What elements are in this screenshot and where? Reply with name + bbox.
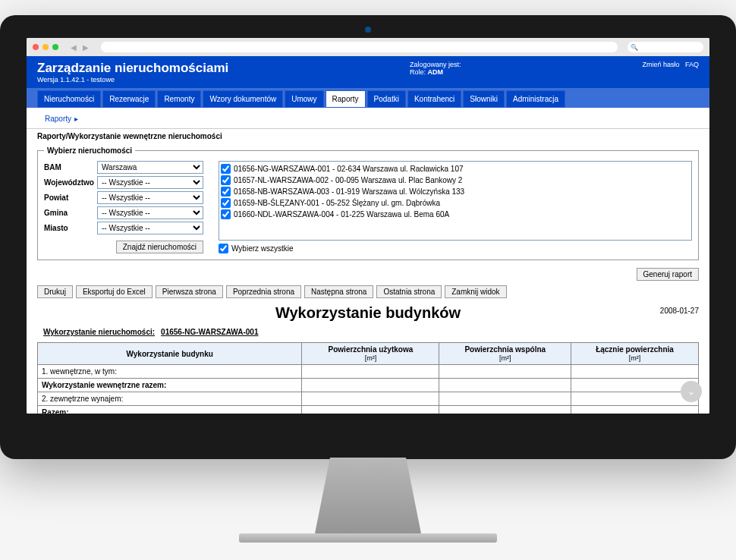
property-list[interactable]: 01656-NG-WARSZAWA-001 - 02-634 Warszawa …: [219, 161, 692, 241]
filter-label: Powiat: [44, 193, 97, 202]
property-checkbox-item[interactable]: 01657-NL-WARSZAWA-002 - 00-095 Warszawa …: [221, 175, 690, 186]
property-checkbox-item[interactable]: 01659-NB-ŚLĘZANY-001 - 05-252 Ślężany ul…: [221, 197, 690, 209]
tab-rezerwacje[interactable]: Rezerwacje: [102, 90, 156, 108]
toolbar-eksportuj-do-excel[interactable]: Eksportuj do Excel: [76, 285, 153, 298]
report-subtitle: Wykorzystanie nieruchomości:01656-NG-WAR…: [37, 328, 699, 336]
tab-słowniki[interactable]: Słowniki: [463, 90, 505, 108]
maximize-button[interactable]: [52, 44, 58, 50]
report-title: Wykorzystanie budynków: [37, 304, 699, 322]
filter-label: Województwo: [44, 178, 97, 187]
filter-row-gmina: Gmina-- Wszystkie --: [44, 206, 203, 219]
property-label: 01656-NG-WARSZAWA-001 - 02-634 Warszawa …: [234, 165, 464, 173]
table-row: 2. zewnętrzne wynajem:: [38, 392, 699, 406]
select-all-label: Wybierz wszystkie: [231, 244, 294, 253]
subtab-raporty[interactable]: Raporty▸: [37, 112, 86, 125]
breadcrumb: Raporty/Wykorzystanie wewnętrzne nieruch…: [27, 129, 709, 143]
scroll-down-icon[interactable]: ⌄: [681, 381, 702, 402]
toolbar-następna-strona[interactable]: Następna strona: [304, 285, 373, 298]
faq-link[interactable]: FAQ: [685, 61, 699, 68]
table-cell: [571, 365, 699, 379]
property-label: 01660-NDL-WARSZAWA-004 - 01-225 Warszawa…: [234, 210, 449, 219]
table-cell: [302, 365, 439, 379]
report-table: Wykorzystanie budynkuPowierzchnia użytko…: [37, 342, 699, 414]
filter-select-województwo[interactable]: -- Wszystkie --: [97, 176, 203, 189]
find-properties-button[interactable]: Znajdź nieruchomości: [116, 241, 203, 253]
property-checkbox[interactable]: [221, 175, 231, 185]
subtabs: Raporty▸: [27, 108, 709, 129]
table-cell: [439, 365, 571, 379]
change-password-link[interactable]: Zmień hasło: [642, 61, 679, 68]
property-checkbox[interactable]: [221, 187, 231, 197]
property-checkbox[interactable]: [221, 198, 231, 208]
tab-administracja[interactable]: Administracja: [506, 90, 565, 108]
table-header: Wykorzystanie budynku: [38, 343, 302, 365]
tab-podatki[interactable]: Podatki: [367, 90, 406, 108]
role-value: ADM: [428, 68, 444, 76]
table-cell: [302, 406, 439, 414]
chevron-right-icon: ▸: [74, 115, 78, 123]
filter-row-miasto: Miasto-- Wszystkie --: [44, 222, 203, 234]
table-row: Wykorzystanie wewnętrzne razem:: [38, 379, 699, 392]
table-cell: [302, 392, 439, 406]
tab-umowy[interactable]: Umowy: [285, 90, 323, 108]
table-cell: [571, 406, 699, 414]
toolbar-poprzednia-strona[interactable]: Poprzednia strona: [226, 285, 301, 298]
role-label: Role:: [410, 68, 426, 76]
close-button[interactable]: [33, 44, 39, 50]
app-header: Zarządzanie nieruchomościami Wersja 1.1.…: [27, 56, 709, 88]
tab-kontrahenci[interactable]: Kontrahenci: [407, 90, 461, 108]
property-checkbox-item[interactable]: 01656-NG-WARSZAWA-001 - 02-634 Warszawa …: [221, 163, 690, 175]
camera-icon: [365, 27, 371, 33]
report-date: 2008-01-27: [660, 307, 699, 315]
row-label: 2. zewnętrzne wynajem:: [38, 392, 302, 406]
filter-row-województwo: Województwo-- Wszystkie --: [44, 176, 203, 189]
app-title: Zarządzanie nieruchomościami: [37, 61, 228, 76]
table-cell: [571, 379, 699, 392]
search-icon: 🔍: [631, 44, 638, 51]
filter-select-gmina[interactable]: -- Wszystkie --: [97, 206, 203, 219]
fieldset-legend: Wybierz nieruchomości: [44, 146, 135, 155]
filter-label: Gmina: [44, 209, 97, 217]
table-header: Powierzchnia wspólna[m²]: [439, 343, 571, 365]
table-header: Łącznie powierzchnia[m²]: [571, 343, 699, 365]
filter-label: BAM: [44, 163, 97, 171]
table-cell: [439, 379, 571, 392]
monitor-frame: ◀ ▶ 🔍 Zarządzanie nieruchomościami Wersj…: [0, 15, 736, 459]
filter-select-miasto[interactable]: -- Wszystkie --: [97, 222, 203, 234]
property-checkbox[interactable]: [221, 164, 231, 174]
row-label: 1. wewnętrzne, w tym:: [38, 365, 302, 379]
main-tabs: NieruchomościRezerwacjeRemontyWzory doku…: [27, 88, 709, 108]
tab-raporty[interactable]: Raporty: [326, 90, 366, 108]
property-checkbox-item[interactable]: 01660-NDL-WARSZAWA-004 - 01-225 Warszawa…: [221, 209, 690, 220]
url-bar[interactable]: [101, 42, 618, 52]
filter-select-powiat[interactable]: -- Wszystkie --: [97, 191, 203, 204]
tab-wzory dokumentów[interactable]: Wzory dokumentów: [203, 90, 283, 108]
generate-report-button[interactable]: Generuj raport: [637, 268, 699, 281]
browser-search[interactable]: 🔍: [627, 42, 703, 52]
filter-select-bam[interactable]: Warszawa: [97, 161, 203, 174]
property-checkbox[interactable]: [221, 209, 231, 219]
toolbar-drukuj[interactable]: Drukuj: [37, 285, 73, 298]
forward-icon[interactable]: ▶: [80, 42, 91, 52]
property-checkbox-item[interactable]: 01658-NB-WARSZAWA-003 - 01-919 Warszawa …: [221, 186, 690, 197]
select-all-checkbox[interactable]: [219, 244, 228, 253]
property-label: 01658-NB-WARSZAWA-003 - 01-919 Warszawa …: [234, 187, 464, 196]
select-all-row[interactable]: Wybierz wszystkie: [219, 244, 692, 253]
table-cell: [439, 392, 571, 406]
tab-nieruchomości[interactable]: Nieruchomości: [37, 90, 101, 108]
filter-row-bam: BAMWarszawa: [44, 161, 203, 174]
back-icon[interactable]: ◀: [68, 42, 79, 52]
minimize-button[interactable]: [42, 44, 49, 50]
property-label: 01657-NL-WARSZAWA-002 - 00-095 Warszawa …: [234, 176, 462, 184]
app-version: Wersja 1.1.42.1 - testowe: [37, 76, 228, 83]
app-viewport: Zarządzanie nieruchomościami Wersja 1.1.…: [27, 56, 709, 414]
tab-remonty[interactable]: Remonty: [157, 90, 201, 108]
toolbar-ostatnia-strona[interactable]: Ostatnia strona: [376, 285, 442, 298]
browser-chrome: ◀ ▶ 🔍: [27, 38, 709, 56]
toolbar-pierwsza-strona[interactable]: Pierwsza strona: [156, 285, 223, 298]
filter-label: Miasto: [44, 224, 97, 232]
table-header: Powierzchnia użytkowa[m²]: [302, 343, 439, 365]
logged-label: Zalogowany jest:: [410, 61, 461, 68]
screen: ◀ ▶ 🔍 Zarządzanie nieruchomościami Wersj…: [27, 38, 709, 414]
toolbar-zamknij-widok[interactable]: Zamknij widok: [445, 285, 506, 298]
